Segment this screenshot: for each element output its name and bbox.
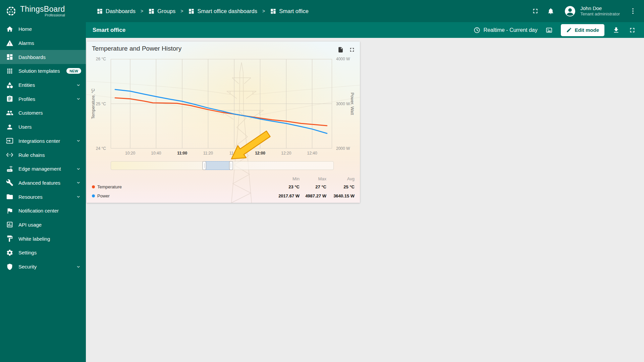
settings-icon <box>6 249 13 256</box>
integrations-icon <box>6 137 13 144</box>
x-tick-label: 11:20 <box>203 151 213 156</box>
series-label: Power <box>97 193 110 198</box>
sidebar-item-alarms[interactable]: Alarms <box>0 36 86 50</box>
fullscreen-toggle-button[interactable] <box>531 7 540 15</box>
x-tick-label: 10:20 <box>125 151 135 156</box>
stat-avg: 3640.15 W <box>326 193 355 198</box>
sidebar-item-advanced-features[interactable]: Advanced features› <box>0 176 86 190</box>
app-logo[interactable]: ThingsBoard Professional <box>0 0 86 22</box>
stat-min: 2017.67 W <box>262 193 300 198</box>
sidebar-item-security[interactable]: Security› <box>0 260 86 274</box>
fullscreen-icon <box>532 7 539 15</box>
widget-fullscreen-button[interactable] <box>349 47 355 53</box>
download-button[interactable] <box>612 26 621 35</box>
edit-mode-label: Edit mode <box>575 27 599 33</box>
sidebar-item-white-labeling[interactable]: White labeling <box>0 232 86 246</box>
sidebar-item-rule-chains[interactable]: Rule chains <box>0 148 86 162</box>
fullscreen-icon <box>629 26 636 34</box>
sidebar-item-integrations-center[interactable]: Integrations center› <box>0 134 86 148</box>
dashboards-icon <box>97 8 103 14</box>
widget-title: Temperature and Power History <box>92 45 181 52</box>
vertical-dots-icon <box>629 7 637 15</box>
sidebar-item-api-usage[interactable]: API usage <box>0 218 86 232</box>
app-name: ThingsBoard <box>20 5 65 13</box>
breadcrumb-item-groups[interactable]: Groups <box>148 8 175 14</box>
sidebar-item-dashboards[interactable]: Dashboards <box>0 50 86 64</box>
series-color-dot <box>92 194 95 197</box>
chart-plot[interactable] <box>111 59 332 148</box>
slider-handle-left[interactable] <box>203 161 206 170</box>
screenshot-button[interactable] <box>545 26 553 35</box>
bell-icon <box>547 7 554 15</box>
x-tick-label: 12:20 <box>281 151 291 156</box>
sidebar-item-notification-center[interactable]: Notification center <box>0 204 86 218</box>
widget-header: Temperature and Power History <box>92 45 355 53</box>
advanced-features-icon <box>6 179 13 186</box>
sidebar-item-profiles[interactable]: Profiles› <box>0 92 86 106</box>
sidebar-item-edge-management[interactable]: Edge management› <box>0 162 86 176</box>
sidebar-item-label: Security <box>18 264 73 269</box>
stats-header-row: MinMaxAvg <box>92 175 355 182</box>
series-label: Temperature <box>97 184 122 189</box>
chevron-down-icon: › <box>76 182 82 184</box>
legend-row-power: Power2017.67 W4987.27 W3640.15 W <box>92 191 355 200</box>
legend-row-temperature: Temperature23 °C27 °C25 °C <box>92 182 355 191</box>
main-column: Dashboards>Groups>Smart office dashboard… <box>86 0 644 362</box>
user-text: John Doe Tenant administrator <box>580 5 620 17</box>
chart-plot-area: 10:2010:4011:0011:2011:4012:0012:2012:40 <box>111 59 332 148</box>
more-menu-button[interactable] <box>629 7 637 15</box>
time-range-slider[interactable] <box>111 161 334 170</box>
user-menu[interactable]: John Doe Tenant administrator <box>564 5 620 17</box>
sidebar-item-label: Rule chains <box>18 152 81 158</box>
sidebar-item-label: Advanced features <box>18 180 73 186</box>
chevron-down-icon: › <box>76 98 82 100</box>
legend-item-power[interactable]: Power <box>92 193 262 198</box>
widget-export-button[interactable] <box>337 47 344 53</box>
sidebar-item-label: Dashboards <box>18 54 81 60</box>
sidebar-item-solution-templates[interactable]: Solution templatesNEW <box>0 64 86 78</box>
toolbar-fullscreen-button[interactable] <box>628 26 637 35</box>
image-icon <box>545 26 553 34</box>
sidebar-item-settings[interactable]: Settings <box>0 246 86 260</box>
y-tick-label: 24 °C <box>96 146 106 151</box>
timewindow-label: Realtime - Current day <box>484 27 538 33</box>
breadcrumb: Dashboards>Groups>Smart office dashboard… <box>97 8 309 14</box>
sidebar-item-label: Edge management <box>18 166 73 172</box>
x-tick-label: 12:00 <box>255 151 265 156</box>
sidebar-item-label: Integrations center <box>18 138 73 144</box>
chevron-down-icon: › <box>76 84 82 86</box>
breadcrumb-item-dashboards[interactable]: Dashboards <box>97 8 136 14</box>
notifications-button[interactable] <box>546 7 555 15</box>
sidebar-item-home[interactable]: Home <box>0 22 86 36</box>
y-tick-label: 3000 W <box>336 102 350 106</box>
breadcrumb-item-smart-office[interactable]: Smart office <box>270 8 309 14</box>
header-actions: John Doe Tenant administrator <box>531 5 637 17</box>
sidebar-item-label: Customers <box>18 110 81 116</box>
chevron-down-icon: › <box>76 140 82 142</box>
legend-item-temperature[interactable]: Temperature <box>92 184 262 189</box>
timewindow-button[interactable]: Realtime - Current day <box>473 26 538 34</box>
sidebar-item-entities[interactable]: Entities› <box>0 78 86 92</box>
x-tick-label: 10:40 <box>151 151 161 156</box>
x-tick-label: 11:00 <box>177 151 187 156</box>
dashboard-content: Temperature and Power History Temperatur… <box>86 38 644 362</box>
widget-temperature-power-history: Temperature and Power History Temperatur… <box>87 42 360 203</box>
widget-actions <box>337 47 355 53</box>
slider-handle-right[interactable] <box>229 161 233 170</box>
breadcrumb-label: Smart office <box>279 8 309 14</box>
breadcrumb-label: Groups <box>157 8 175 14</box>
breadcrumb-item-smart-office-dashboards[interactable]: Smart office dashboards <box>188 8 257 14</box>
sidebar-item-label: Profiles <box>18 96 73 102</box>
slider-selection[interactable] <box>204 161 231 170</box>
resources-icon <box>6 193 13 200</box>
sidebar-item-users[interactable]: Users <box>0 120 86 134</box>
sidebar: ThingsBoard Professional HomeAlarmsDashb… <box>0 0 86 362</box>
dashboards-icon <box>148 8 155 14</box>
sidebar-item-resources[interactable]: Resources› <box>0 190 86 204</box>
edit-mode-button[interactable]: Edit mode <box>561 24 604 36</box>
breadcrumb-separator: > <box>180 8 183 14</box>
security-icon <box>6 263 13 270</box>
stat-max: 4987.27 W <box>300 193 326 198</box>
sidebar-menu: HomeAlarmsDashboardsSolution templatesNE… <box>0 22 86 274</box>
sidebar-item-customers[interactable]: Customers <box>0 106 86 120</box>
